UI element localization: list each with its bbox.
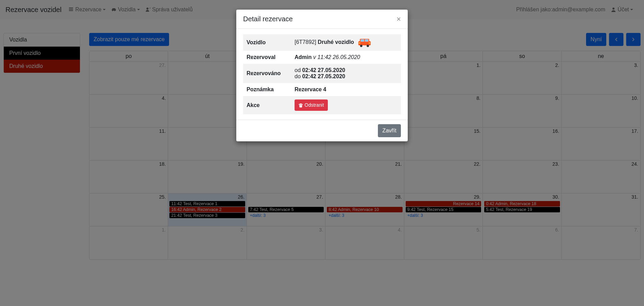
label-note: Poznámka [243, 83, 291, 96]
label-action: Akce [243, 96, 291, 114]
delete-reservation-button[interactable]: Odstranit [295, 99, 328, 111]
value-note: Rezervace 4 [291, 83, 401, 96]
value-reserved-by: Admin v 11:42 26.05.2020 [291, 51, 401, 64]
close-icon: × [396, 15, 401, 23]
svg-rect-9 [369, 43, 370, 44]
svg-point-7 [367, 45, 369, 47]
car-icon [357, 38, 372, 47]
label-reserved-by: Rezervoval [243, 51, 291, 64]
trash-icon [298, 103, 303, 108]
modal-overlay[interactable]: Detail rezervace × Vozidlo [6T7892] Druh… [0, 0, 644, 306]
modal-title: Detail rezervace [243, 15, 396, 23]
label-reserved-for: Rezervováno [243, 64, 291, 83]
reservation-detail-table: Vozidlo [6T7892] Druhé vozidlo [243, 34, 401, 114]
modal-close-footer-button[interactable]: Zavřít [378, 124, 401, 137]
svg-rect-4 [361, 39, 364, 42]
svg-rect-8 [359, 43, 360, 44]
modal-close-button[interactable]: × [396, 15, 401, 23]
label-vehicle: Vozidlo [243, 34, 291, 51]
value-vehicle: [6T7892] Druhé vozidlo [291, 34, 401, 51]
svg-point-6 [360, 45, 362, 47]
svg-rect-5 [365, 39, 368, 42]
value-reserved-for: od 02:42 27.05.2020 do 02:42 27.05.2020 [291, 64, 401, 83]
reservation-detail-modal: Detail rezervace × Vozidlo [6T7892] Druh… [236, 10, 408, 141]
